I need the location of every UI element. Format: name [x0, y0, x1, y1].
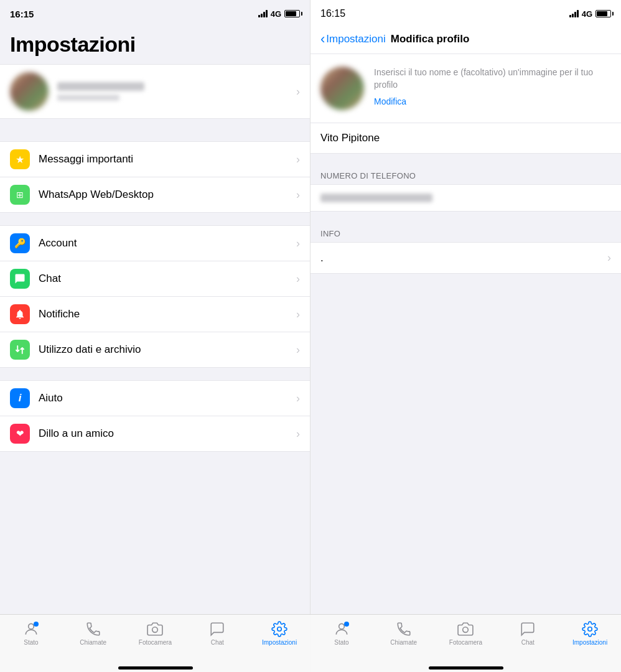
chat-icon	[10, 269, 30, 289]
profile-chevron: ›	[296, 85, 300, 98]
utilizzo-label: Utilizzo dati e archivio	[39, 343, 296, 356]
tab-impostazioni-right[interactable]: Impostazioni	[559, 621, 621, 646]
notifiche-label: Notifiche	[39, 308, 296, 320]
network-label: 4G	[271, 9, 281, 19]
left-tab-bar: Stato Chiamate Fotocamera Chat	[0, 614, 310, 666]
tab-fotocamera-right[interactable]: Fotocamera	[435, 621, 497, 646]
right-signal-bars	[569, 10, 579, 17]
menu-item-dillo[interactable]: ❤ Dillo a un amico ›	[0, 416, 310, 451]
left-time: 16:15	[10, 9, 34, 19]
whatsappweb-icon: ⊞	[10, 185, 30, 205]
right-nav: ‹ Impostazioni Modifica profilo	[310, 27, 621, 54]
profile-name-blurred	[57, 82, 144, 91]
svg-point-1	[152, 627, 158, 633]
back-button[interactable]: ‹ Impostazioni	[320, 32, 386, 46]
dillo-icon: ❤	[10, 424, 30, 444]
chiamate-icon	[85, 621, 101, 637]
profile-name-row[interactable]: Vito Pipitone	[310, 123, 621, 154]
aiuto-chevron: ›	[296, 392, 300, 405]
profile-name-value: Vito Pipitone	[320, 132, 380, 144]
profile-edit-avatar	[320, 67, 364, 110]
notifiche-icon	[10, 304, 30, 324]
right-fotocamera-icon	[457, 621, 474, 637]
info-value: .	[320, 252, 607, 264]
tab-chat-left[interactable]: Chat	[186, 621, 248, 646]
stato-icon-wrap	[23, 621, 39, 637]
notifiche-chevron: ›	[296, 308, 300, 321]
right-time: 16:15	[320, 8, 345, 19]
menu-item-whatsappweb[interactable]: ⊞ WhatsApp Web/Desktop ›	[0, 177, 310, 212]
svg-point-2	[278, 627, 282, 632]
tab-stato-left-label: Stato	[24, 639, 38, 646]
tab-impostazioni-left[interactable]: Impostazioni	[248, 621, 310, 646]
phone-section-header: NUMERO DI TELEFONO	[310, 166, 621, 184]
right-chat-icon	[520, 621, 536, 637]
right-status-icons: 4G	[569, 9, 611, 19]
left-panel: 16:15 4G Impostazioni › ★ Messaggi	[0, 0, 310, 672]
phone-row	[310, 184, 621, 212]
right-status-bar: 16:15 4G	[310, 0, 621, 27]
menu-item-aiuto[interactable]: i Aiuto ›	[0, 381, 310, 416]
profile-row[interactable]: ›	[0, 64, 310, 119]
tab-chat-icon	[209, 621, 225, 637]
page-title-section: Impostazioni	[0, 27, 310, 64]
right-gap-2	[310, 212, 621, 224]
tab-chiamate-right-label: Chiamate	[390, 639, 417, 646]
messaggi-chevron: ›	[296, 153, 300, 166]
tab-chiamate-right[interactable]: Chiamate	[373, 621, 435, 646]
info-row[interactable]: . ›	[310, 242, 621, 274]
menu-item-chat[interactable]: Chat ›	[0, 261, 310, 297]
right-stato-icon-wrap	[334, 621, 350, 637]
profile-edit-text: Inserisci il tuo nome e (facoltativo) un…	[374, 67, 611, 107]
messaggi-icon: ★	[10, 149, 30, 169]
tab-fotocamera-right-label: Fotocamera	[449, 639, 482, 646]
dillo-chevron: ›	[296, 427, 300, 441]
menu-item-account[interactable]: 🔑 Account ›	[0, 226, 310, 261]
menu-section-1: ★ Messaggi importanti › ⊞ WhatsApp Web/D…	[0, 141, 310, 213]
left-home-indicator-wrap	[0, 666, 310, 672]
right-chiamate-icon	[396, 621, 412, 637]
account-label: Account	[39, 237, 296, 250]
svg-point-5	[588, 627, 592, 632]
messaggi-label: Messaggi importanti	[39, 153, 296, 166]
nav-title: Modifica profilo	[391, 33, 470, 45]
section-gap-2	[0, 213, 310, 225]
avatar	[10, 72, 49, 111]
tab-fotocamera-left[interactable]: Fotocamera	[124, 621, 187, 646]
info-section-header: INFO	[310, 224, 621, 242]
tab-stato-right-label: Stato	[334, 639, 348, 646]
battery-icon	[284, 10, 300, 17]
right-network-label: 4G	[582, 9, 592, 19]
right-content-fill	[310, 274, 621, 672]
right-tab-bar: Stato Chiamate Fotocamera Chat	[310, 614, 621, 666]
svg-point-3	[339, 623, 345, 629]
page-title: Impostazioni	[10, 32, 300, 57]
aiuto-label: Aiuto	[39, 392, 296, 404]
profile-sub-blurred	[57, 95, 119, 101]
section-gap-1	[0, 119, 310, 141]
left-home-indicator	[118, 666, 193, 670]
back-label: Impostazioni	[326, 33, 385, 45]
utilizzo-icon	[10, 340, 30, 360]
right-battery-fill	[597, 11, 607, 16]
profile-edit-card: Inserisci il tuo nome e (facoltativo) un…	[310, 54, 621, 123]
profile-info	[57, 82, 296, 101]
right-stato-dot	[344, 622, 349, 627]
battery-fill	[286, 11, 296, 16]
tab-impostazioni-left-label: Impostazioni	[262, 639, 297, 646]
menu-item-notifiche[interactable]: Notifiche ›	[0, 297, 310, 332]
right-home-indicator-wrap	[310, 666, 621, 672]
fotocamera-icon	[147, 621, 163, 637]
back-chevron-icon: ‹	[320, 32, 325, 46]
tab-stato-right[interactable]: Stato	[310, 621, 373, 646]
menu-item-utilizzo[interactable]: Utilizzo dati e archivio ›	[0, 332, 310, 367]
tab-chat-right[interactable]: Chat	[497, 621, 559, 646]
menu-item-messaggi[interactable]: ★ Messaggi importanti ›	[0, 142, 310, 177]
tab-chat-left-label: Chat	[211, 639, 224, 646]
tab-chiamate-left[interactable]: Chiamate	[62, 621, 124, 646]
dillo-label: Dillo a un amico	[39, 427, 296, 440]
chat-chevron: ›	[296, 273, 300, 286]
tab-stato-left[interactable]: Stato	[0, 621, 62, 646]
profile-edit-link[interactable]: Modifica	[374, 96, 406, 106]
whatsappweb-chevron: ›	[296, 189, 300, 202]
